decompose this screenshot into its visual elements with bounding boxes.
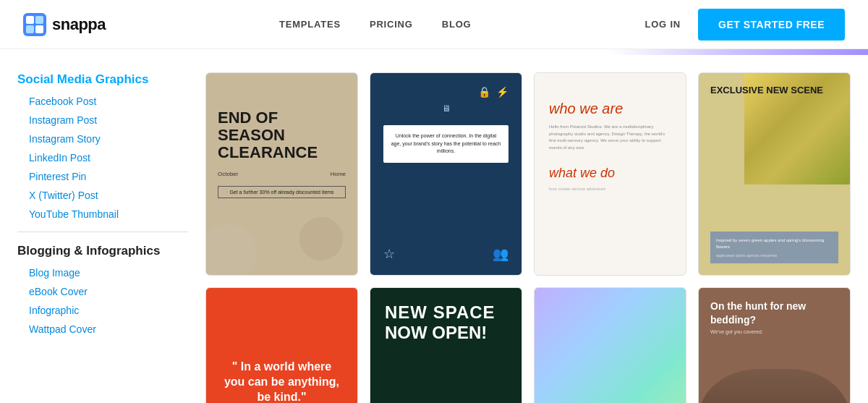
t8-subtitle: We've got you covered. (710, 329, 838, 334)
t2-lock-icon: 🔒 (478, 86, 490, 98)
sidebar-item-wattpad-cover[interactable]: Wattpad Cover (17, 323, 188, 335)
t2-bolt-icon: ⚡ (496, 86, 509, 98)
sidebar: Social Media Graphics Facebook Post Inst… (0, 72, 188, 403)
template-card-7[interactable]: DESIGN IS A CONCRETE LANGUAGE FOR AN ABS… (534, 287, 686, 403)
nav-templates[interactable]: TEMPLATES (279, 19, 341, 30)
sidebar-item-linkedin-post[interactable]: LinkedIn Post (17, 152, 188, 164)
sidebar-item-blog-image[interactable]: Blog Image (17, 267, 188, 279)
logo-text: snappa (52, 15, 106, 34)
template-card-5[interactable]: " In a world where you can be anything, … (205, 287, 358, 403)
t5-quote: " In a world where you can be anything, … (221, 360, 343, 403)
sidebar-item-facebook-post[interactable]: Facebook Post (17, 96, 188, 107)
t4-body: Inspired by seven green apples and sprin… (716, 237, 833, 250)
template-5-inner: " In a world where you can be anything, … (206, 288, 357, 403)
t4-title: exclusive NEW SCEne (710, 85, 838, 96)
sidebar-item-instagram-post[interactable]: Instagram Post (17, 114, 188, 126)
t3-line1: who we are (549, 99, 671, 118)
t8-title: On the hunt for new bedding? (710, 300, 838, 326)
accent-bar (0, 49, 868, 55)
template-8-inner: On the hunt for new bedding? We've got y… (699, 288, 850, 403)
sidebar-item-infographic[interactable]: Infographic (17, 305, 188, 316)
svg-rect-3 (26, 25, 34, 33)
t6-line2: NOW OPEN! (385, 323, 507, 343)
nav-pricing[interactable]: PRICING (370, 19, 413, 30)
sidebar-divider (17, 232, 188, 232)
svg-rect-1 (26, 16, 34, 24)
t2-computer-icon: 🖥 (442, 103, 451, 114)
main-layout: Social Media Graphics Facebook Post Inst… (0, 55, 868, 403)
t3-line2: what we do (549, 166, 671, 181)
template-card-1[interactable]: END OF SEASON CLEARANCE October Home Get… (205, 72, 358, 276)
t2-star-icon: ☆ (383, 246, 395, 262)
sidebar-item-instagram-story[interactable]: Instagram Story (17, 133, 188, 145)
header-right: LOG IN GET STARTED FREE (644, 9, 845, 41)
t1-title: END OF SEASON CLEARANCE (218, 109, 346, 162)
t2-body: Unlock the power of connection. In the d… (391, 132, 501, 156)
sidebar-item-x-twitter-post[interactable]: X (Twitter) Post (17, 190, 188, 201)
main-nav: TEMPLATES PRICING BLOG (279, 19, 472, 30)
t1-cta: Get a further 30% off already discounted… (218, 186, 346, 198)
templates-grid: END OF SEASON CLEARANCE October Home Get… (205, 72, 851, 403)
t2-users-icon: 👥 (493, 246, 509, 262)
t1-sub: October Home (218, 171, 346, 177)
template-card-6[interactable]: NEW SPACE NOW OPEN! SAY HI ☺ (370, 287, 522, 403)
template-card-3[interactable]: who we are Hello from Polaroid Studios. … (534, 72, 686, 276)
sidebar-item-pinterest-pin[interactable]: Pinterest Pin (17, 171, 188, 182)
template-2-inner: 🔒 ⚡ 🖥 Unlock the power of connection. In… (370, 73, 522, 275)
sidebar-section-blogging-title: Blogging & Infographics (17, 244, 188, 258)
content-area: END OF SEASON CLEARANCE October Home Get… (188, 72, 868, 403)
sidebar-item-youtube-thumbnail[interactable]: YouTube Thumbnail (17, 208, 188, 220)
logo[interactable]: snappa (23, 13, 106, 36)
template-4-inner: exclusive NEW SCEne Inspired by seven gr… (699, 73, 850, 275)
login-button[interactable]: LOG IN (644, 19, 681, 30)
nav-blog[interactable]: BLOG (442, 19, 472, 30)
sidebar-item-ebook-cover[interactable]: eBook Cover (17, 286, 188, 297)
svg-rect-2 (35, 16, 43, 24)
t4-tags: apple pears plums apricots nectarines (716, 253, 833, 258)
template-7-inner: DESIGN IS A CONCRETE LANGUAGE FOR AN ABS… (535, 288, 686, 403)
t3-tags: love create service adventure (549, 187, 671, 191)
template-card-8[interactable]: On the hunt for new bedding? We've got y… (698, 287, 851, 403)
t3-body: Hello from Polaroid Studios. We are a mu… (549, 124, 671, 151)
snappa-logo-icon (23, 13, 46, 36)
t6-line1: NEW SPACE (385, 302, 507, 323)
template-card-4[interactable]: exclusive NEW SCEne Inspired by seven gr… (698, 72, 851, 276)
template-1-inner: END OF SEASON CLEARANCE October Home Get… (206, 73, 357, 275)
template-card-2[interactable]: 🔒 ⚡ 🖥 Unlock the power of connection. In… (370, 72, 522, 276)
sidebar-section-social-title: Social Media Graphics (17, 72, 188, 87)
template-3-inner: who we are Hello from Polaroid Studios. … (535, 73, 686, 275)
svg-rect-4 (35, 25, 43, 33)
template-6-inner: NEW SPACE NOW OPEN! SAY HI ☺ (370, 288, 522, 403)
header: snappa TEMPLATES PRICING BLOG LOG IN GET… (0, 0, 868, 49)
get-started-button[interactable]: GET STARTED FREE (698, 9, 845, 41)
